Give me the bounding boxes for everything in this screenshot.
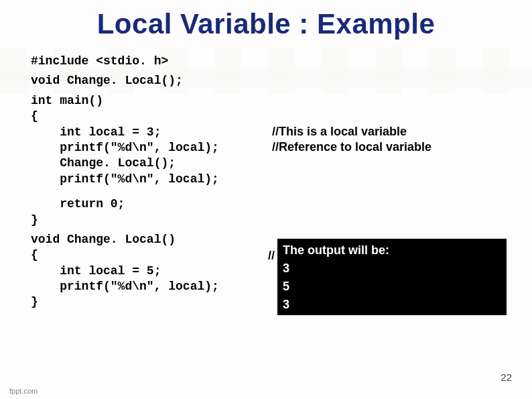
code-line: void Change. Local(); [31, 73, 501, 89]
output-line: 5 [283, 278, 501, 296]
code-line: printf("%d\n", local); [31, 172, 501, 187]
code-row: int local = 3; //This is a local variabl… [31, 125, 501, 140]
footer-branding: fppt.com [9, 387, 38, 395]
output-box: The output will be: 3 5 3 [277, 239, 507, 315]
code-line: } [31, 213, 501, 228]
output-heading: The output will be: [283, 241, 501, 260]
page-number: 22 [501, 372, 512, 383]
code-line: Change. Local(); [31, 156, 501, 171]
output-line: 3 [283, 296, 501, 314]
output-line: 3 [283, 260, 501, 278]
code-line: int main() [31, 93, 501, 109]
code-comment: //Reference to local variable [272, 140, 431, 154]
code-row: printf("%d\n", local); //Reference to lo… [31, 140, 501, 156]
code-line: { [31, 109, 501, 124]
code-line: return 0; [31, 196, 501, 212]
code-line: int local = 3; [31, 125, 272, 140]
partial-comment: // [268, 249, 275, 263]
code-line: #include <stdio. h> [31, 54, 501, 69]
slide-content: #include <stdio. h> void Change. Local()… [0, 40, 532, 310]
code-line: printf("%d\n", local); [31, 140, 272, 156]
slide-title: Local Variable : Example [0, 0, 532, 40]
code-comment: //This is a local variable [272, 125, 407, 139]
